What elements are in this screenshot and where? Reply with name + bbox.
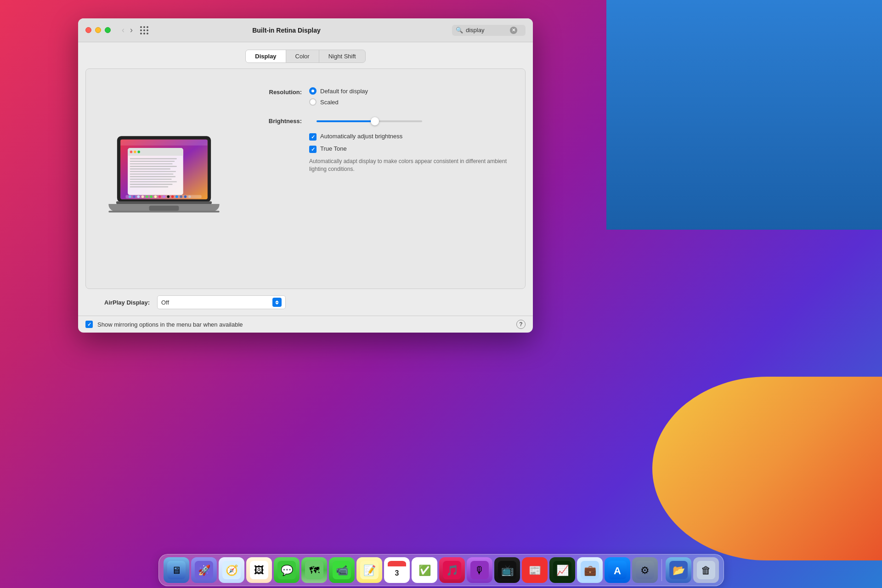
auto-brightness-checkbox[interactable]: [309, 133, 317, 141]
svg-text:💼: 💼: [583, 564, 596, 577]
resolution-default-label: Default for display: [320, 88, 368, 95]
tab-night-shift[interactable]: Night Shift: [319, 50, 365, 62]
svg-point-33: [171, 195, 174, 198]
brightness-label: Brightness:: [247, 118, 302, 124]
airplay-select[interactable]: Off: [157, 295, 286, 309]
svg-text:🖥: 🖥: [171, 565, 181, 576]
minimize-button[interactable]: [95, 27, 101, 33]
dock-item-notes[interactable]: 📝: [356, 557, 382, 583]
brightness-setting: Brightness:: [247, 118, 511, 124]
svg-point-31: [163, 195, 165, 198]
dock-item-finder2[interactable]: 📂: [666, 557, 691, 583]
svg-text:🎵: 🎵: [446, 564, 458, 577]
dock-separator: [662, 559, 662, 581]
tab-display[interactable]: Display: [246, 50, 286, 62]
brightness-slider-track[interactable]: [317, 120, 422, 122]
svg-text:🧭: 🧭: [225, 564, 238, 577]
svg-rect-18: [130, 179, 172, 180]
svg-point-29: [154, 195, 157, 198]
mirroring-label: Show mirroring options in the menu bar w…: [97, 321, 243, 328]
svg-text:📈: 📈: [556, 564, 569, 577]
svg-rect-14: [130, 169, 170, 170]
svg-point-24: [133, 195, 136, 198]
svg-point-23: [129, 195, 131, 198]
airplay-row: AirPlay Display: Off: [78, 289, 533, 316]
airplay-select-arrow: [272, 298, 282, 307]
chevron-down-icon: [275, 303, 279, 305]
laptop-svg: [104, 132, 224, 226]
true-tone-description: Automatically adapt display to make colo…: [309, 158, 511, 173]
dock-item-reminders[interactable]: ✅: [412, 557, 437, 583]
help-button[interactable]: ?: [516, 320, 526, 329]
dock-item-maps[interactable]: 🗺: [301, 557, 327, 583]
svg-rect-10: [130, 158, 177, 159]
dock-item-iwork[interactable]: 💼: [577, 557, 603, 583]
search-icon: 🔍: [456, 27, 463, 34]
svg-rect-11: [130, 161, 175, 162]
mirroring-checkbox[interactable]: [85, 321, 93, 328]
svg-point-27: [146, 195, 148, 198]
chevron-up-icon: [275, 300, 279, 302]
svg-text:3: 3: [395, 569, 399, 577]
svg-point-9: [137, 151, 140, 153]
true-tone-row: True Tone: [309, 145, 511, 153]
svg-point-26: [141, 195, 144, 198]
dock-item-finder[interactable]: 🖥: [164, 557, 189, 583]
svg-point-32: [167, 195, 170, 198]
maximize-button[interactable]: [105, 27, 111, 33]
svg-point-34: [175, 195, 178, 198]
dock-item-safari[interactable]: 🧭: [219, 557, 244, 583]
dock-item-launchpad[interactable]: 🚀: [191, 557, 217, 583]
dock-item-appstore[interactable]: A: [605, 557, 630, 583]
svg-point-8: [134, 151, 136, 153]
svg-rect-13: [130, 166, 177, 167]
resolution-scaled-radio[interactable]: [309, 98, 317, 106]
dock-item-appletv[interactable]: 📺: [494, 557, 520, 583]
auto-brightness-row: Automatically adjust brightness: [309, 133, 511, 141]
dock-item-system-preferences[interactable]: ⚙: [632, 557, 658, 583]
svg-text:🗑: 🗑: [701, 565, 711, 576]
svg-rect-39: [108, 211, 219, 213]
dock-item-calendar[interactable]: 3: [384, 557, 410, 583]
svg-text:📝: 📝: [363, 564, 376, 577]
title-bar: ‹ › Built-in Retina Display 🔍 ✕: [78, 18, 533, 42]
dock-item-stocks[interactable]: 📈: [549, 557, 575, 583]
resolution-setting: Resolution: Default for display Scaled: [247, 87, 511, 109]
laptop-preview: [100, 83, 228, 275]
svg-text:⚙: ⚙: [640, 565, 650, 576]
airplay-label: AirPlay Display:: [85, 299, 150, 306]
dock-item-music[interactable]: 🎵: [439, 557, 465, 583]
dock-item-photos[interactable]: 🖼: [246, 557, 272, 583]
resolution-default-option[interactable]: Default for display: [309, 87, 511, 95]
window-title: Built-in Retina Display: [121, 27, 452, 34]
svg-rect-12: [130, 164, 173, 164]
dock-item-trash[interactable]: 🗑: [693, 557, 719, 583]
svg-text:✅: ✅: [418, 564, 431, 577]
svg-text:📹: 📹: [335, 564, 348, 577]
svg-text:💬: 💬: [280, 564, 293, 577]
svg-text:A: A: [614, 565, 621, 577]
svg-rect-20: [130, 184, 173, 185]
dock-item-facetime[interactable]: 📹: [329, 557, 355, 583]
search-input[interactable]: [466, 27, 507, 34]
dock-item-podcasts[interactable]: 🎙: [467, 557, 492, 583]
svg-rect-15: [130, 171, 176, 172]
svg-point-36: [184, 195, 187, 198]
search-clear-button[interactable]: ✕: [510, 27, 517, 34]
resolution-scaled-option[interactable]: Scaled: [309, 98, 511, 106]
mirroring-row: Show mirroring options in the menu bar w…: [78, 316, 533, 333]
close-button[interactable]: [85, 27, 91, 33]
traffic-lights: [85, 27, 111, 33]
svg-text:🚀: 🚀: [198, 564, 210, 577]
svg-rect-59: [388, 564, 406, 566]
true-tone-checkbox[interactable]: [309, 146, 317, 153]
search-bar[interactable]: 🔍 ✕: [452, 25, 526, 36]
dock-item-news[interactable]: 📰: [522, 557, 548, 583]
brightness-slider-thumb[interactable]: [371, 117, 379, 125]
tab-color[interactable]: Color: [286, 50, 319, 62]
svg-text:📰: 📰: [528, 564, 541, 577]
resolution-default-radio[interactable]: [309, 87, 317, 95]
svg-rect-40: [149, 205, 179, 210]
dock-item-messages[interactable]: 💬: [274, 557, 300, 583]
dock-background: 🖥 🚀 🧭 🖼 💬: [158, 554, 724, 586]
